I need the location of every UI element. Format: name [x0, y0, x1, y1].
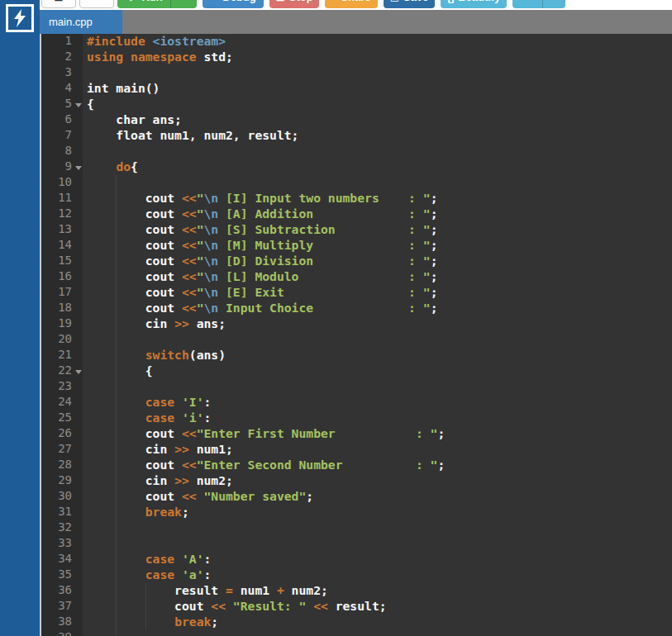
- menu-button[interactable]: ≡: [512, 0, 565, 8]
- line-number: 39: [41, 630, 83, 636]
- code-line[interactable]: float num1, num2, result;: [83, 128, 672, 144]
- code-line[interactable]: cout <<"\n [L] Modulo : ";: [83, 269, 672, 285]
- line-number-text: 22: [58, 363, 72, 377]
- line-number: 4: [41, 81, 83, 97]
- line-number-text: 31: [58, 505, 72, 518]
- line-number-text: 24: [58, 395, 72, 408]
- code-line[interactable]: break;: [83, 615, 672, 630]
- onlinegdb-logo[interactable]: [6, 4, 34, 32]
- code-line[interactable]: cout <<"Enter First Number : ";: [83, 426, 672, 442]
- stop-button[interactable]: ■Stop: [269, 0, 319, 8]
- code-line[interactable]: [83, 630, 672, 636]
- share-button[interactable]: ⤴Share: [325, 0, 378, 8]
- project-button[interactable]: ■: [41, 0, 76, 8]
- line-number-text: 35: [58, 567, 72, 581]
- code-line[interactable]: [83, 175, 672, 191]
- code-line[interactable]: result = num1 + num2;: [83, 583, 672, 599]
- code-token: [123, 50, 131, 64]
- code-line[interactable]: cout <<"\n [D] Division : ";: [83, 254, 672, 269]
- code-token: ": [197, 238, 204, 252]
- code-line[interactable]: do{: [83, 159, 672, 175]
- line-number-gutter: 1234567891011121314151617181920212223242…: [41, 34, 83, 636]
- line-number-text: 17: [58, 285, 72, 298]
- code-line[interactable]: {: [83, 97, 672, 112]
- code-line[interactable]: break;: [83, 505, 672, 520]
- line-number: 31: [41, 505, 83, 520]
- run-button[interactable]: ▶Run: [117, 0, 197, 8]
- code-line[interactable]: [83, 144, 672, 159]
- code-token: <<: [182, 191, 197, 205]
- fold-marker-icon[interactable]: [75, 370, 82, 374]
- line-number: 25: [41, 411, 83, 426]
- code-token: 'a': [182, 567, 204, 581]
- line-number: 34: [41, 552, 83, 567]
- move-button[interactable]: ✚: [79, 0, 114, 8]
- code-line[interactable]: cout <<"\n Input Choice : ";: [83, 301, 672, 316]
- code-line[interactable]: cout << "Result: " << result;: [83, 599, 672, 615]
- code-token: <<: [211, 599, 226, 613]
- code-token: [306, 599, 313, 613]
- code-line[interactable]: case 'a':: [83, 567, 672, 583]
- play-icon: ▶: [130, 0, 137, 2]
- code-line[interactable]: int main(): [83, 81, 672, 97]
- restart-icon: ⟳: [210, 0, 218, 2]
- tab-main-cpp[interactable]: main.cpp: [40, 10, 122, 34]
- line-number-text: 1: [65, 34, 72, 47]
- code-line[interactable]: [83, 520, 672, 536]
- code-line[interactable]: cin >> num2;: [83, 473, 672, 489]
- code-token: :: [204, 395, 212, 409]
- code-line[interactable]: cout <<"\n [M] Multiply : ";: [83, 238, 672, 254]
- debug-button[interactable]: ⟳Debug: [203, 0, 264, 8]
- code-line[interactable]: [83, 379, 672, 395]
- line-number: 2: [41, 50, 83, 65]
- line-number-text: 18: [58, 301, 72, 314]
- line-number: 27: [41, 442, 83, 458]
- code-token: num1;: [189, 442, 233, 456]
- code-token: ": [197, 254, 204, 268]
- code-line[interactable]: char ans;: [83, 112, 672, 128]
- main-panel: ■✚▶Run⟳Debug■Stop⤴Share▣Save{} Beautify≡…: [40, 0, 672, 636]
- code-line[interactable]: cout << "Number saved";: [83, 489, 672, 505]
- indent-guide: [116, 599, 117, 615]
- line-number-text: 7: [65, 128, 72, 141]
- code-line[interactable]: #include <iostream>: [83, 34, 672, 50]
- code-token: [174, 395, 182, 409]
- code-line[interactable]: cout <<"\n [E] Exit : ";: [83, 285, 672, 301]
- code-line[interactable]: cin >> ans;: [83, 316, 672, 332]
- code-line[interactable]: case 'I':: [83, 395, 672, 411]
- code-line[interactable]: [83, 65, 672, 81]
- beautify-button[interactable]: {} Beautify: [441, 0, 507, 8]
- code-line[interactable]: cout <<"\n [I] Input two numbers : ";: [83, 191, 672, 206]
- code-line[interactable]: switch(ans): [83, 348, 672, 363]
- indent-guide: [116, 615, 117, 630]
- code-line[interactable]: using namespace std;: [83, 50, 672, 65]
- code-token: cout: [87, 458, 182, 472]
- code-line[interactable]: cout <<"\n [A] Addition : ";: [83, 206, 672, 222]
- code-token: <<: [182, 458, 197, 472]
- code-line[interactable]: [83, 332, 672, 348]
- code-token: [D] Division : ": [218, 254, 430, 268]
- code-token: [A] Addition : ": [218, 206, 430, 221]
- code-token: char ans;: [87, 112, 182, 126]
- save-button[interactable]: ▣Save: [384, 0, 435, 8]
- code-line[interactable]: case 'A':: [83, 552, 672, 567]
- line-number: 13: [41, 222, 83, 238]
- code-token: ": [197, 285, 204, 299]
- code-line[interactable]: case 'i':: [83, 411, 672, 426]
- indent-guide: [116, 206, 117, 222]
- code-editor[interactable]: 1234567891011121314151617181920212223242…: [40, 34, 672, 636]
- menu-icon: ≡: [522, 0, 530, 2]
- fold-marker-icon[interactable]: [75, 103, 82, 107]
- indent-guide: [116, 567, 117, 583]
- indent-guide: [116, 254, 117, 269]
- code-area[interactable]: #include <iostream>using namespace std;i…: [83, 34, 672, 636]
- code-line[interactable]: cin >> num1;: [83, 442, 672, 458]
- code-line[interactable]: cout <<"\n [S] Subtraction : ";: [83, 222, 672, 238]
- code-token: 'i': [182, 411, 204, 425]
- code-line[interactable]: [83, 536, 672, 552]
- line-number: 20: [41, 332, 83, 348]
- fold-marker-icon[interactable]: [75, 166, 82, 170]
- code-line[interactable]: {: [83, 363, 672, 379]
- lightning-bolt-icon: [12, 9, 27, 27]
- code-line[interactable]: cout <<"Enter Second Number : ";: [83, 458, 672, 473]
